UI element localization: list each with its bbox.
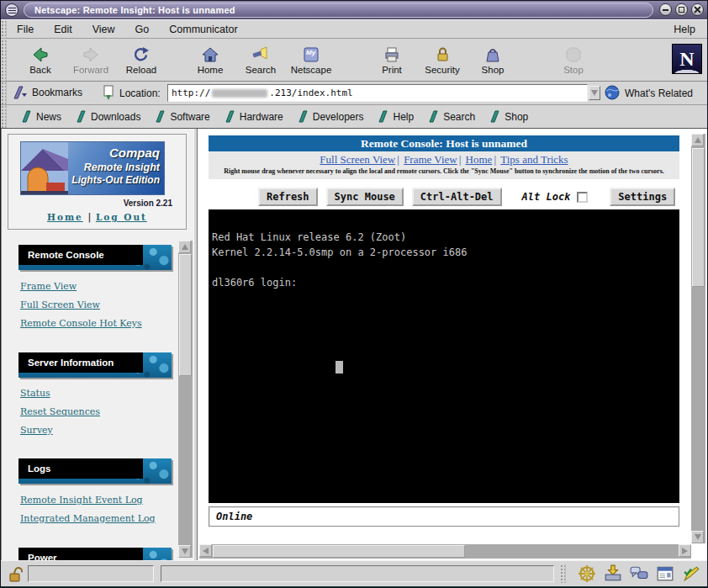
location-icon[interactable] <box>102 85 115 101</box>
minimize-button[interactable] <box>659 3 672 16</box>
sidebar-link-full-screen-view[interactable]: Full Screen View <box>20 299 100 310</box>
close-button[interactable] <box>691 3 704 16</box>
menubar-grip[interactable] <box>1 20 7 38</box>
location-bar: Bookmarks Location: http://.213/index.ht… <box>1 82 707 105</box>
title-pill[interactable]: Netscape: Remote Insight: Host is unname… <box>24 3 653 18</box>
bookmark-flag-icon <box>77 110 87 123</box>
home-link[interactable]: Home <box>47 212 83 222</box>
sync-mouse-button[interactable]: Sync Mouse <box>326 188 404 206</box>
bookmarks-button[interactable]: Bookmarks <box>13 85 82 100</box>
back-icon <box>32 46 49 63</box>
scroll-up-icon <box>182 244 188 250</box>
section-header-logs: Logs <box>18 458 172 484</box>
url-redacted <box>212 89 267 98</box>
stop-icon <box>565 46 582 63</box>
sidebar-link-status[interactable]: Status <box>20 388 50 399</box>
composer-icon[interactable] <box>682 564 700 583</box>
address-book-icon[interactable] <box>656 564 674 583</box>
sidebar-link-remote-insight-event-log[interactable]: Remote Insight Event Log <box>20 495 143 506</box>
scroll-down-button[interactable] <box>691 531 704 543</box>
minimize-icon <box>663 9 668 11</box>
main-horizontal-scrollbar[interactable] <box>199 544 691 559</box>
home-icon <box>202 46 219 63</box>
sidebar-link-remote-console-hot-keys[interactable]: Remote Console Hot Keys <box>20 318 142 329</box>
scroll-right-button[interactable] <box>679 544 691 557</box>
security-padlock-icon[interactable] <box>8 565 24 583</box>
remote-console-screen[interactable]: Red Hat Linux release 6.2 (Zoot) Kernel … <box>209 209 679 503</box>
settings-button[interactable]: Settings <box>610 188 675 206</box>
main-vertical-scrollbar[interactable] <box>691 134 705 543</box>
scroll-down-button[interactable] <box>178 545 191 558</box>
close-icon <box>694 6 701 13</box>
menu-help[interactable]: Help <box>662 21 707 38</box>
scroll-up-button[interactable] <box>691 134 704 146</box>
main-scrollbar-thumb[interactable] <box>692 148 705 287</box>
alt-lock-checkbox[interactable] <box>577 192 588 203</box>
menu-communicator[interactable]: Communicator <box>159 21 247 38</box>
discussions-icon[interactable] <box>630 564 648 583</box>
bookmarks-icon <box>13 85 28 100</box>
bookmark-flag-icon <box>225 110 236 123</box>
section-header-power: Power <box>18 548 172 560</box>
nav-link-tips-and-tricks[interactable]: Tips and Tricks <box>500 153 568 166</box>
locbar-grip[interactable] <box>1 82 7 104</box>
url-dropdown-button[interactable] <box>589 86 600 100</box>
bookmark-news[interactable]: News <box>22 110 61 123</box>
nav-link-frame-view[interactable]: Frame View <box>404 153 457 166</box>
maximize-button[interactable] <box>675 3 688 16</box>
sidebar-link-survey[interactable]: Survey <box>20 425 53 436</box>
navigator-icon[interactable] <box>578 564 596 583</box>
scroll-up-button[interactable] <box>178 241 191 253</box>
bookmark-flag-icon <box>22 110 33 123</box>
print-button[interactable]: Print <box>367 42 417 79</box>
bookmark-hardware[interactable]: Hardware <box>225 110 283 123</box>
console-button-row: Refresh Sync Mouse Ctrl-Alt-Del Alt Lock… <box>198 188 708 206</box>
bookmark-developers[interactable]: Developers <box>299 110 364 123</box>
menu-file[interactable]: File <box>7 21 44 38</box>
logout-link[interactable]: Log Out <box>96 212 147 222</box>
nav-link-full-screen-view[interactable]: Full Screen View <box>320 153 395 166</box>
home-button[interactable]: Home <box>185 42 235 79</box>
bookmark-help[interactable]: Help <box>378 110 414 123</box>
netscape-button[interactable]: My Netscape <box>286 42 336 79</box>
nav-link-home[interactable]: Home <box>466 153 493 166</box>
reload-button[interactable]: Reload <box>116 42 166 79</box>
bookmark-flag-icon <box>378 110 389 123</box>
sidebar-link-integrated-management-log[interactable]: Integrated Management Log <box>20 513 156 524</box>
shop-button[interactable]: Shop <box>468 42 518 79</box>
whats-related-button[interactable]: What's Related <box>605 85 693 101</box>
search-button[interactable]: Search <box>235 42 286 79</box>
refresh-button[interactable]: Refresh <box>258 188 318 206</box>
reload-icon <box>133 46 150 63</box>
menu-view[interactable]: View <box>82 21 125 38</box>
component-bar-grip[interactable] <box>560 564 566 583</box>
compaq-logo: Compaq Remote Insight Lights-Out Edition <box>20 141 165 195</box>
bookmark-search[interactable]: Search <box>429 110 475 123</box>
back-button[interactable]: Back <box>15 42 66 79</box>
url-input[interactable]: http://.213/index.html <box>167 84 588 102</box>
section-header-remote-console: Remote Console <box>18 245 172 270</box>
stop-button[interactable]: Stop <box>548 42 599 79</box>
bookmark-shop[interactable]: Shop <box>490 110 528 123</box>
ctrl-alt-del-button[interactable]: Ctrl-Alt-Del <box>412 188 502 206</box>
menu-go[interactable]: Go <box>125 21 160 38</box>
sidebar-scrollbar-thumb[interactable] <box>179 254 192 376</box>
location-label-group: Location: <box>102 85 161 101</box>
bookmark-downloads[interactable]: Downloads <box>77 110 140 123</box>
sidebar-link-frame-view[interactable]: Frame View <box>20 281 77 292</box>
window-menu-icon[interactable] <box>5 3 18 17</box>
security-button[interactable]: Security <box>417 42 468 79</box>
persbar-grip[interactable] <box>1 105 7 128</box>
search-icon <box>252 46 269 63</box>
sidebar-scrollbar[interactable] <box>178 241 193 558</box>
sidebar-link-reset-sequences[interactable]: Reset Sequences <box>20 406 100 417</box>
horizontal-scrollbar-thumb[interactable] <box>213 545 465 558</box>
toolbar-grip[interactable] <box>1 40 7 81</box>
mailbox-icon[interactable] <box>604 564 622 583</box>
title-bar[interactable]: Netscape: Remote Insight: Host is unname… <box>1 1 707 19</box>
scroll-left-button[interactable] <box>199 544 212 557</box>
menu-edit[interactable]: Edit <box>44 21 82 38</box>
forward-button[interactable]: Forward <box>66 42 116 79</box>
netscape-logo[interactable]: N <box>672 44 702 74</box>
bookmark-software[interactable]: Software <box>156 110 209 123</box>
